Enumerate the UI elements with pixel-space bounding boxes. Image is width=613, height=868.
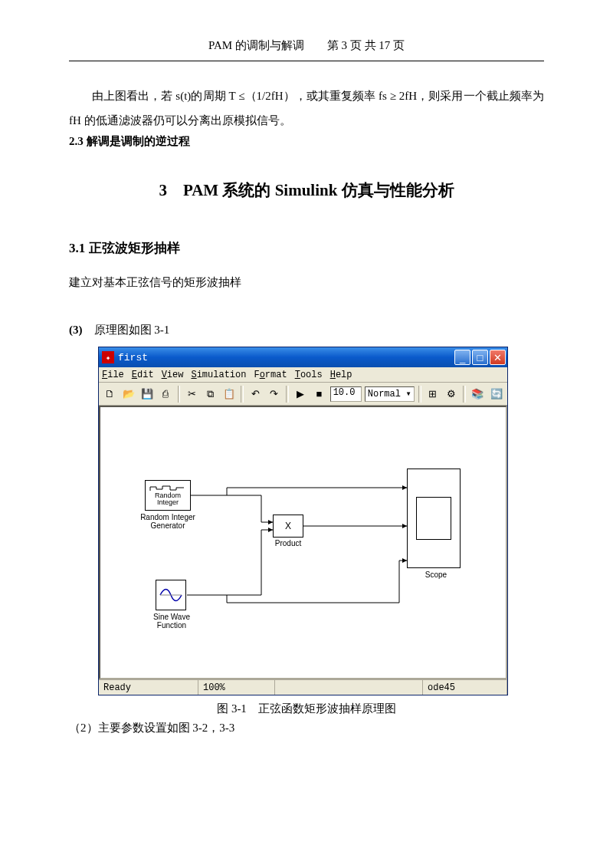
status-zoom: 100% — [198, 680, 275, 695]
paste-icon[interactable]: 📋 — [221, 386, 237, 403]
sim-mode-select[interactable]: Normal▾ — [365, 386, 415, 402]
toolbar-separator — [418, 386, 421, 403]
maximize-button[interactable]: □ — [472, 350, 488, 365]
close-button[interactable]: ✕ — [490, 350, 506, 365]
paragraph-1: 由上图看出，若 s(t)的周期 T ≤（1/2fH），或其重复频率 fs ≥ 2… — [69, 84, 544, 133]
item-3-marker: (3) — [69, 324, 83, 336]
chevron-down-icon: ▾ — [406, 388, 411, 399]
page-header: PAM 的调制与解调 第 3 页 共 17 页 — [69, 38, 544, 58]
menu-edit[interactable]: Edit — [132, 370, 154, 380]
minimize-button[interactable]: _ — [454, 350, 470, 365]
toolbar-separator — [178, 386, 181, 403]
menu-file[interactable]: File — [102, 370, 124, 380]
status-spacer — [275, 680, 423, 695]
scope-icon[interactable]: ⊞ — [425, 386, 441, 403]
refresh-icon[interactable]: 🔄 — [489, 386, 504, 403]
status-bar: Ready 100% ode45 — [99, 679, 507, 695]
toolbar: 🗋 📂 💾 ⎙ ✂ ⧉ 📋 ↶ ↷ ▶ ■ 10.0 Normal▾ ⊞ ⚙ 📚… — [99, 383, 507, 406]
section-3-1-head: 3.1 正弦波矩形抽样 — [69, 239, 544, 257]
section-3-1-desc: 建立对基本正弦信号的矩形波抽样 — [69, 271, 544, 295]
scope-label: Scope — [421, 570, 451, 579]
toolbar-separator — [463, 386, 466, 403]
save-icon[interactable]: 💾 — [139, 386, 155, 403]
sine-wave-icon — [158, 582, 184, 608]
window-titlebar: ✦ first _ □ ✕ — [99, 347, 507, 367]
status-ready: Ready — [99, 680, 198, 695]
window-title: first — [118, 352, 148, 363]
random-block-line2: Integer — [157, 498, 179, 506]
sim-time-input[interactable]: 10.0 — [330, 386, 362, 402]
window-buttons: _ □ ✕ — [454, 350, 506, 365]
menu-help[interactable]: Help — [330, 370, 352, 380]
product-label: Product — [273, 539, 303, 547]
toolbar-separator — [241, 386, 244, 403]
figure-3-1-caption: 图 3-1 正弦函数矩形波抽样原理图 — [69, 702, 544, 716]
item-3-text: 原理图如图 3-1 — [94, 324, 170, 336]
scope-screen-icon — [416, 497, 451, 540]
menu-view[interactable]: View — [162, 370, 184, 380]
print-icon[interactable]: ⎙ — [158, 386, 173, 403]
library-icon[interactable]: 📚 — [470, 386, 485, 403]
scope-block[interactable] — [407, 469, 461, 568]
simulink-window: ✦ first _ □ ✕ File Edit View Simulation … — [98, 347, 508, 695]
menu-format[interactable]: Format — [254, 370, 287, 380]
toolbar-separator — [286, 386, 289, 403]
chapter-3-title: 3 PAM 系统的 Simulink 仿真与性能分析 — [69, 179, 544, 201]
app-icon: ✦ — [102, 351, 114, 363]
random-integer-block[interactable]: Random Integer — [145, 480, 191, 511]
menu-bar: File Edit View Simulation Format Tools H… — [99, 367, 507, 383]
undo-icon[interactable]: ↶ — [247, 386, 263, 403]
stop-icon[interactable]: ■ — [311, 386, 326, 403]
subsection-2-3: 2.3 解调是调制的逆过程 — [69, 134, 544, 149]
header-divider — [69, 61, 544, 61]
status-solver: ode45 — [423, 680, 507, 695]
open-icon[interactable]: 📂 — [120, 386, 136, 403]
product-block[interactable]: X — [273, 515, 303, 538]
run-icon[interactable]: ▶ — [293, 386, 308, 403]
item-2: （2）主要参数设置如图 3-2，3-3 — [69, 716, 544, 741]
page-number: 第 3 页 共 17 页 — [327, 39, 405, 51]
sine-wave-block[interactable] — [156, 580, 186, 610]
config-icon[interactable]: ⚙ — [444, 386, 459, 403]
menu-simulation[interactable]: Simulation — [191, 370, 246, 380]
doc-title: PAM 的调制与解调 — [208, 39, 304, 51]
product-symbol: X — [285, 521, 291, 531]
redo-icon[interactable]: ↷ — [267, 386, 282, 403]
cut-icon[interactable]: ✂ — [184, 386, 199, 403]
sine-wave-label: Sine Wave Function — [145, 613, 198, 630]
new-icon[interactable]: 🗋 — [102, 386, 117, 403]
model-canvas[interactable]: Random Integer Random Integer Generator … — [99, 406, 507, 679]
random-integer-label: Random Integer Generator — [136, 513, 200, 530]
figure-item-3: (3) 原理图如图 3-1 — [69, 318, 544, 343]
menu-tools[interactable]: Tools — [295, 370, 323, 380]
copy-icon[interactable]: ⧉ — [203, 386, 218, 403]
